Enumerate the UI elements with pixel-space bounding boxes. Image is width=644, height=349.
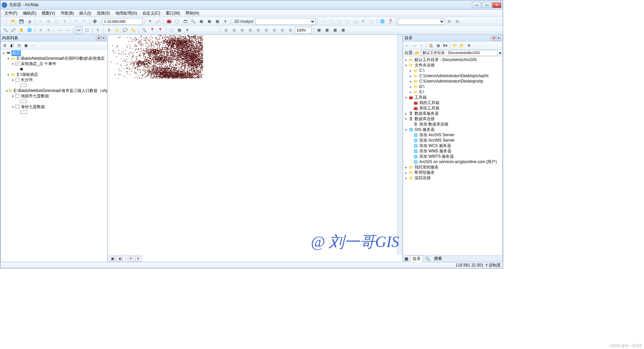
disconnect-folder-icon[interactable]: 📂 xyxy=(459,42,465,49)
3d-tool-1-icon[interactable]: 〰 xyxy=(319,18,327,25)
save-icon[interactable]: 💾 xyxy=(18,18,25,25)
location-input[interactable] xyxy=(421,50,498,56)
back-icon[interactable]: ← xyxy=(404,42,411,49)
3d-tool-4-icon[interactable]: ▢ xyxy=(343,18,351,25)
graph-icon[interactable]: 📈 xyxy=(154,18,162,25)
options-icon[interactable]: ⚙ xyxy=(466,42,472,49)
3d-tool-5-icon[interactable]: 📊 xyxy=(352,18,359,25)
catalog-tree[interactable]: ▸📁默认工作目录 - Documents\ArcGIS▾📁文件夹连接▸📁C:\▸… xyxy=(403,56,502,255)
forward-icon[interactable]: → xyxy=(411,42,418,49)
editor-icon[interactable]: ✎ xyxy=(146,18,154,25)
measure-icon[interactable]: 📏 xyxy=(129,27,137,34)
catalog-item[interactable]: 添加 数据库连接 xyxy=(419,121,449,127)
list-draworder-icon[interactable]: ☰ xyxy=(1,42,8,49)
search-window-icon[interactable]: 🔍 xyxy=(190,18,197,25)
menu-窗口(W)[interactable]: 窗口(W) xyxy=(163,10,183,17)
select-elements-icon[interactable]: ↖ xyxy=(94,27,102,34)
connect-folder-icon[interactable]: 📁 xyxy=(451,42,458,49)
layout-btn1-icon[interactable]: ▦ xyxy=(315,27,323,34)
data-view-tab[interactable]: ▦ xyxy=(109,256,115,261)
layout-zoom-combo[interactable] xyxy=(295,27,312,34)
delete-icon[interactable]: ✕ xyxy=(61,18,68,25)
redo-icon[interactable]: ↷ xyxy=(80,18,88,25)
create-viewer-icon[interactable]: ▦ xyxy=(176,27,183,34)
help-icon[interactable]: ❓ xyxy=(387,18,394,25)
catalog-item[interactable]: 添加 ArcGIS Server xyxy=(419,132,455,138)
catalog-item[interactable]: 默认工作目录 - Documents\ArcGIS xyxy=(414,57,477,63)
layer-checkbox[interactable]: ✓ xyxy=(15,62,19,66)
catalog-item[interactable]: C:\Users\Administrator\Desktop\shp xyxy=(419,79,484,84)
catalog-window-icon[interactable]: 🗔 xyxy=(181,18,189,25)
menu-编辑(E)[interactable]: 编辑(E) xyxy=(20,10,39,17)
table-icon[interactable]: ▦ xyxy=(214,18,221,25)
menu-插入(I)[interactable]: 插入(I) xyxy=(76,10,94,17)
catalog-item[interactable]: 系统工具箱 xyxy=(419,105,440,111)
layer-checkbox[interactable] xyxy=(15,94,19,98)
catalog-item[interactable]: 我托管的服务 xyxy=(414,164,439,170)
catalog-item[interactable]: C:\ xyxy=(419,68,425,73)
up-icon[interactable]: ↑ xyxy=(418,42,425,49)
add-data-icon[interactable]: ➕ xyxy=(91,18,99,25)
layer-opt-2-icon[interactable]: ▦ xyxy=(453,18,461,25)
python-icon[interactable]: ▦ xyxy=(198,18,205,25)
open-icon[interactable]: 📂 xyxy=(10,18,17,25)
next-extent-icon[interactable]: → xyxy=(64,27,71,34)
fixed-zoom-in-icon[interactable]: ⤢ xyxy=(37,27,44,34)
paste-icon[interactable]: 📋 xyxy=(53,18,60,25)
catalog-item[interactable]: 数据库服务器 xyxy=(414,111,439,116)
layout-t9-icon[interactable]: ▦ xyxy=(287,27,294,34)
pause-draw-icon[interactable]: ⏸ xyxy=(135,256,141,261)
close-panel-icon[interactable]: ✕ xyxy=(496,36,501,41)
layout-btn3-icon[interactable]: ▦ xyxy=(331,27,339,34)
menu-自定义(C)[interactable]: 自定义(C) xyxy=(140,10,163,17)
scale-combo[interactable] xyxy=(102,18,143,25)
find-icon[interactable]: 🔍 xyxy=(141,27,148,34)
catalog-item[interactable]: 添加 WMS 服务器 xyxy=(419,148,452,154)
cut-icon[interactable]: ✂ xyxy=(37,18,44,25)
symbol-swatch[interactable] xyxy=(20,100,27,103)
print-icon[interactable]: 🖨 xyxy=(26,18,33,25)
layout-t2-icon[interactable]: ▦ xyxy=(230,27,238,34)
new-doc-icon[interactable]: 📄 xyxy=(2,18,9,25)
html-popup-icon[interactable]: 💬 xyxy=(121,27,129,34)
catalog-item[interactable]: 数据库连接 xyxy=(414,116,435,122)
toc-tree[interactable]: ▾🗺图层▾📁E:\BaiduNetdiskDownload\全国POI数据\宾馆… xyxy=(1,50,107,262)
list-selection-icon[interactable]: ▦ xyxy=(22,42,29,49)
catalog-item[interactable]: 添加 ArcIMS Server xyxy=(419,138,455,143)
zoom-out-icon[interactable]: 🔎 xyxy=(10,27,17,34)
layout-view-tab[interactable]: ▤ xyxy=(117,256,123,261)
find-route-icon[interactable]: 📍 xyxy=(149,27,156,34)
menu-选择(S)[interactable]: 选择(S) xyxy=(94,10,113,17)
symbol-swatch[interactable] xyxy=(20,110,27,114)
layout-t5-icon[interactable]: ▦ xyxy=(255,27,262,34)
3d-tool-3-icon[interactable]: ▢ xyxy=(335,18,343,25)
options-icon[interactable]: ⋯ xyxy=(30,42,36,49)
analyst-layer-combo[interactable] xyxy=(255,18,316,25)
clear-selection-icon[interactable]: ▢ xyxy=(83,27,91,34)
layer-opt-1-icon[interactable]: ▦ xyxy=(445,18,453,25)
layer-list-combo[interactable] xyxy=(398,18,445,25)
select-features-icon[interactable]: ▭ xyxy=(75,27,83,34)
layout-t8-icon[interactable]: ▦ xyxy=(279,27,286,34)
toggle-icon[interactable]: ▤ xyxy=(435,42,441,49)
undo-icon[interactable]: ↶ xyxy=(72,18,79,25)
pan-icon[interactable]: ✋ xyxy=(18,27,25,34)
prev-extent-icon[interactable]: ← xyxy=(56,27,63,34)
layout-t6-icon[interactable]: ▦ xyxy=(263,27,270,34)
tab-catalog[interactable]: 目录 xyxy=(410,255,423,262)
pin-icon[interactable]: 📌 xyxy=(491,36,496,41)
chevron-down-icon[interactable]: ▾ xyxy=(222,18,229,25)
menu-视图(V)[interactable]: 视图(V) xyxy=(39,10,58,17)
layout-btn2-icon[interactable]: ▦ xyxy=(323,27,331,34)
copy-icon[interactable]: ⧉ xyxy=(45,18,52,25)
time-icon[interactable]: 🕒 xyxy=(173,18,181,25)
catalog-item[interactable]: 即用型服务 xyxy=(414,170,435,176)
goto-xy-icon[interactable]: 📍 xyxy=(157,27,164,34)
3d-tool-6-icon[interactable]: ⚙ xyxy=(360,18,367,25)
catalog-item[interactable]: C:\Users\Administrator\Desktop\chazhi xyxy=(419,73,489,78)
catalog-item[interactable]: 追踪连接 xyxy=(414,175,431,181)
catalog-item[interactable]: D:\ xyxy=(419,84,425,89)
menu-书签(B)[interactable]: 书签(B) xyxy=(58,10,76,17)
menu-文件(F)[interactable]: 文件(F) xyxy=(2,10,20,17)
home-icon[interactable]: 🏠 xyxy=(428,42,434,49)
